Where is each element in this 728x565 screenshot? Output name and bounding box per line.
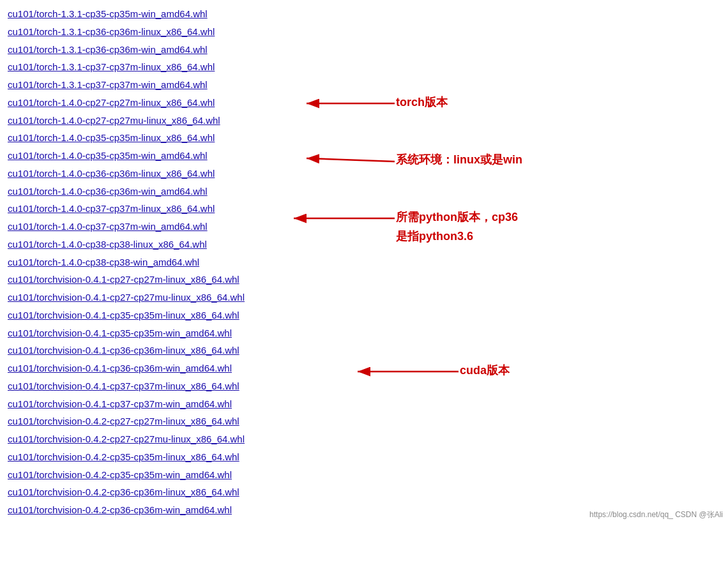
- file-link[interactable]: cu101/torch-1.4.0-cp35-cp35m-win_amd64.w…: [8, 150, 208, 161]
- file-link[interactable]: cu101/torchvision-0.4.1-cp35-cp35m-win_a…: [8, 328, 232, 338]
- list-item: cu101/torch-1.4.0-cp37-cp37m-linux_x86_6…: [8, 200, 720, 218]
- list-item: cu101/torch-1.4.0-cp35-cp35m-linux_x86_6…: [8, 129, 720, 147]
- file-link[interactable]: cu101/torch-1.4.0-cp38-cp38-win_amd64.wh…: [8, 257, 199, 267]
- file-link[interactable]: cu101/torch-1.4.0-cp36-cp36m-linux_x86_6…: [8, 168, 215, 179]
- file-link[interactable]: cu101/torchvision-0.4.2-cp36-cp36m-linux…: [8, 486, 239, 497]
- file-link[interactable]: cu101/torch-1.4.0-cp38-cp38-linux_x86_64…: [8, 239, 207, 250]
- file-link[interactable]: cu101/torchvision-0.4.2-cp35-cp35m-linux…: [8, 451, 239, 462]
- list-item: cu101/torch-1.3.1-cp36-cp36m-linux_x86_6…: [8, 23, 720, 41]
- watermark: https://blog.csdn.net/qq_ CSDN @张Ali: [589, 509, 723, 520]
- list-item: cu101/torchvision-0.4.1-cp37-cp37m-linux…: [8, 377, 720, 395]
- file-link[interactable]: cu101/torchvision-0.4.1-cp35-cp35m-linux…: [8, 310, 239, 320]
- file-link[interactable]: cu101/torch-1.3.1-cp37-cp37m-linux_x86_6…: [8, 61, 215, 72]
- list-item: cu101/torch-1.4.0-cp27-cp27m-linux_x86_6…: [8, 94, 720, 112]
- list-item: cu101/torchvision-0.4.1-cp35-cp35m-linux…: [8, 306, 720, 324]
- file-link[interactable]: cu101/torchvision-0.4.2-cp27-cp27mu-linu…: [8, 433, 245, 444]
- file-link[interactable]: cu101/torchvision-0.4.2-cp27-cp27m-linux…: [8, 416, 239, 426]
- list-item: cu101/torch-1.4.0-cp27-cp27mu-linux_x86_…: [8, 112, 720, 130]
- list-item: cu101/torchvision-0.4.1-cp36-cp36m-win_a…: [8, 359, 720, 377]
- file-link[interactable]: cu101/torchvision-0.4.1-cp37-cp37m-win_a…: [8, 398, 232, 409]
- file-link[interactable]: cu101/torch-1.3.1-cp35-cp35m-win_amd64.w…: [8, 8, 208, 19]
- list-item: cu101/torchvision-0.4.1-cp37-cp37m-win_a…: [8, 395, 720, 413]
- list-item: cu101/torch-1.4.0-cp35-cp35m-win_amd64.w…: [8, 147, 720, 165]
- list-item: cu101/torchvision-0.4.1-cp27-cp27mu-linu…: [8, 289, 720, 306]
- list-item: cu101/torchvision-0.4.2-cp27-cp27m-linux…: [8, 412, 720, 430]
- list-item: cu101/torch-1.3.1-cp36-cp36m-win_amd64.w…: [8, 41, 720, 59]
- list-item: cu101/torch-1.4.0-cp36-cp36m-win_amd64.w…: [8, 183, 720, 200]
- file-link[interactable]: cu101/torchvision-0.4.2-cp36-cp36m-win_a…: [8, 504, 232, 515]
- file-link[interactable]: cu101/torch-1.4.0-cp37-cp37m-win_amd64.w…: [8, 221, 208, 232]
- list-item: cu101/torch-1.4.0-cp37-cp37m-win_amd64.w…: [8, 218, 720, 236]
- file-link[interactable]: cu101/torchvision-0.4.1-cp27-cp27mu-linu…: [8, 292, 245, 303]
- list-item: cu101/torch-1.3.1-cp35-cp35m-win_amd64.w…: [8, 5, 720, 23]
- list-item: cu101/torchvision-0.4.2-cp36-cp36m-linux…: [8, 483, 720, 501]
- list-item: cu101/torchvision-0.4.2-cp27-cp27mu-linu…: [8, 430, 720, 448]
- list-item: cu101/torchvision-0.4.1-cp35-cp35m-win_a…: [8, 324, 720, 342]
- list-item: cu101/torch-1.4.0-cp38-cp38-linux_x86_64…: [8, 236, 720, 253]
- file-link[interactable]: cu101/torchvision-0.4.1-cp36-cp36m-linux…: [8, 345, 239, 356]
- list-item: cu101/torchvision-0.4.1-cp27-cp27m-linux…: [8, 271, 720, 289]
- list-item: cu101/torch-1.3.1-cp37-cp37m-win_amd64.w…: [8, 76, 720, 94]
- file-link[interactable]: cu101/torch-1.3.1-cp36-cp36m-win_amd64.w…: [8, 44, 208, 55]
- list-item: cu101/torch-1.4.0-cp36-cp36m-linux_x86_6…: [8, 165, 720, 183]
- main-content: cu101/torch-1.3.1-cp35-cp35m-win_amd64.w…: [0, 0, 728, 524]
- list-item: cu101/torchvision-0.4.2-cp35-cp35m-linux…: [8, 448, 720, 466]
- link-list: cu101/torch-1.3.1-cp35-cp35m-win_amd64.w…: [8, 5, 720, 519]
- list-item: cu101/torch-1.3.1-cp37-cp37m-linux_x86_6…: [8, 58, 720, 76]
- file-link[interactable]: cu101/torch-1.3.1-cp37-cp37m-win_amd64.w…: [8, 79, 208, 90]
- file-link[interactable]: cu101/torch-1.4.0-cp27-cp27m-linux_x86_6…: [8, 97, 215, 108]
- list-item: cu101/torchvision-0.4.2-cp35-cp35m-win_a…: [8, 466, 720, 484]
- file-link[interactable]: cu101/torchvision-0.4.1-cp27-cp27m-linux…: [8, 274, 239, 285]
- list-item: cu101/torch-1.4.0-cp38-cp38-win_amd64.wh…: [8, 253, 720, 271]
- list-item: cu101/torchvision-0.4.1-cp36-cp36m-linux…: [8, 342, 720, 359]
- file-link[interactable]: cu101/torchvision-0.4.1-cp37-cp37m-linux…: [8, 380, 239, 391]
- file-link[interactable]: cu101/torch-1.3.1-cp36-cp36m-linux_x86_6…: [8, 26, 215, 37]
- file-link[interactable]: cu101/torchvision-0.4.1-cp36-cp36m-win_a…: [8, 363, 232, 373]
- file-link[interactable]: cu101/torch-1.4.0-cp36-cp36m-win_amd64.w…: [8, 186, 208, 197]
- file-link[interactable]: cu101/torch-1.4.0-cp27-cp27mu-linux_x86_…: [8, 115, 220, 126]
- file-link[interactable]: cu101/torch-1.4.0-cp37-cp37m-linux_x86_6…: [8, 203, 215, 214]
- file-link[interactable]: cu101/torch-1.4.0-cp35-cp35m-linux_x86_6…: [8, 132, 215, 143]
- file-link[interactable]: cu101/torchvision-0.4.2-cp35-cp35m-win_a…: [8, 469, 232, 480]
